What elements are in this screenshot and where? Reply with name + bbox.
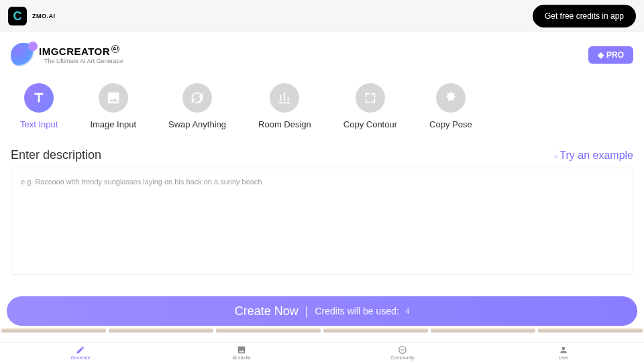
edit-icon	[76, 345, 85, 355]
swap-icon	[182, 83, 212, 113]
mode-tabs: Text Input Image Input Swap Anything Roo…	[0, 67, 644, 129]
pose-icon	[436, 83, 466, 113]
topbar-brand-text: ZMO.AI	[32, 13, 56, 19]
tab-copy-contour[interactable]: Copy Contour	[343, 83, 397, 129]
credits-value: 4	[406, 308, 410, 315]
user-icon	[559, 345, 568, 355]
topbar: C ZMO.AI Get free credits in app	[0, 0, 644, 32]
nav-community[interactable]: Community	[322, 343, 483, 362]
credits-label: Credits will be used:	[315, 306, 398, 316]
tab-label: Copy Contour	[343, 119, 397, 129]
nav-user[interactable]: User	[483, 343, 644, 362]
tab-label: Text Input	[20, 119, 58, 129]
tab-label: Image Input	[90, 119, 136, 129]
get-credits-button[interactable]: Get free credits in app	[533, 5, 636, 27]
text-icon	[24, 83, 54, 113]
description-title: Enter description	[11, 148, 101, 162]
zmo-logo-icon: C	[8, 7, 27, 25]
nav-generate[interactable]: Generate	[0, 343, 161, 362]
pro-button[interactable]: ◆ PRO	[588, 46, 633, 64]
contour-icon	[356, 83, 385, 113]
globe-icon	[398, 345, 407, 355]
brand-subtitle: The Ultimate AI Art Generator	[44, 58, 123, 64]
tab-image-input[interactable]: Image Input	[90, 83, 136, 129]
separator: |	[305, 304, 309, 318]
bottom-nav: Generate AI studio Community User	[0, 342, 644, 362]
create-now-button[interactable]: Create Now | Credits will be used: 4	[7, 296, 637, 326]
description-header: Enter description Try an example	[0, 129, 644, 168]
image-icon	[99, 83, 128, 113]
brand-title: IMGCREATORAI	[39, 46, 123, 56]
room-icon	[270, 83, 299, 113]
tab-label: Room Design	[258, 119, 311, 129]
tab-label: Copy Pose	[429, 119, 472, 129]
diamond-icon: ◆	[598, 50, 604, 60]
tab-label: Swap Anything	[168, 119, 226, 129]
gallery-strip	[0, 328, 644, 333]
tab-room-design[interactable]: Room Design	[258, 83, 311, 129]
prompt-input[interactable]	[11, 168, 633, 275]
tab-text-input[interactable]: Text Input	[20, 83, 58, 129]
topbar-brand-group: C ZMO.AI	[8, 7, 56, 25]
studio-icon	[237, 345, 246, 355]
tab-swap-anything[interactable]: Swap Anything	[168, 83, 226, 129]
tab-copy-pose[interactable]: Copy Pose	[429, 83, 472, 129]
brand-blob-icon	[11, 43, 35, 67]
brand-header: IMGCREATORAI The Ultimate AI Art Generat…	[0, 32, 644, 67]
nav-ai-studio[interactable]: AI studio	[161, 343, 322, 362]
brand: IMGCREATORAI The Ultimate AI Art Generat…	[11, 43, 123, 67]
create-label: Create Now	[235, 304, 299, 318]
try-example-link[interactable]: Try an example	[554, 149, 634, 162]
